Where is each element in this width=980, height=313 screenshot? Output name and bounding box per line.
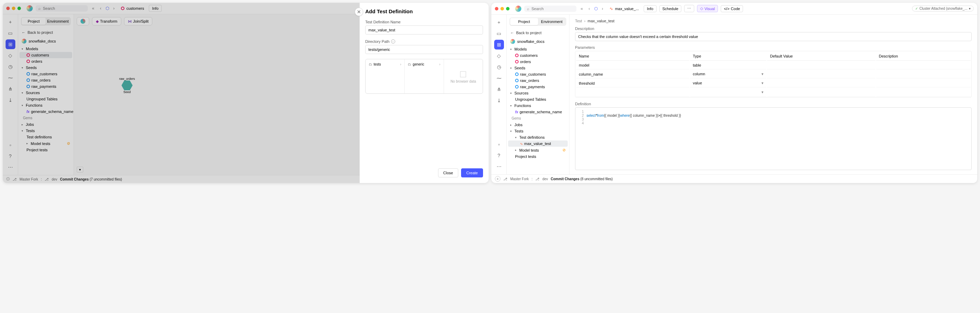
model-tests-node[interactable]: ▸Model tests⊘ — [508, 147, 568, 153]
info-button[interactable]: Info — [644, 5, 656, 12]
raw-payments-node[interactable]: raw_payments — [508, 84, 568, 90]
test-defs-node[interactable]: ▾Test definitions — [508, 134, 568, 140]
project-logo — [510, 39, 515, 44]
back-label: Back to project — [516, 31, 542, 35]
cluster-pill[interactable]: ✓ Cluster Attached (snowflake_... ▾ — [912, 6, 974, 11]
left-window: ⌕ « ‹ ⬡ › customers Info + ▭ ⊞ ◇ ◷ ⁓ ⋔ ⤓… — [3, 3, 488, 183]
col-name: Name — [576, 52, 689, 60]
add-button[interactable]: + — [495, 176, 500, 181]
visual-button[interactable]: ◇Visual — [697, 5, 718, 12]
info-icon[interactable]: i — [391, 40, 395, 44]
bottom-bar: + ⎇ Master Fork : ⎇ dev Commit Changes (… — [492, 174, 977, 183]
test-tab-label: max_value_... — [615, 6, 639, 11]
modal-title: Add Test Definition — [365, 8, 483, 14]
main-area: + ▭ ⊞ ◇ ◷ ⁓ ⋔ ⤓ ▫ ? ⋯ Project Environmen… — [492, 14, 977, 174]
schedule-button[interactable]: Schedule — [659, 5, 682, 12]
activity-icon[interactable]: ⁓ — [494, 73, 504, 83]
check-icon: ✓ — [915, 6, 918, 10]
def-label: Definition — [575, 102, 972, 106]
app-logo — [515, 6, 521, 12]
project-tests-node[interactable]: Project tests — [508, 153, 568, 160]
code-icon: </> — [724, 6, 729, 11]
browser-col-1: 🗀tests› — [366, 59, 405, 94]
orders-node[interactable]: orders — [508, 59, 568, 65]
more-icon[interactable]: ⋯ — [494, 162, 504, 172]
tests-node[interactable]: ▾Tests — [508, 128, 568, 134]
project-name-row[interactable]: snowflake_docs — [507, 37, 569, 46]
tree: ▾Models customers orders ▾Seeds raw_cust… — [507, 46, 569, 174]
network-icon[interactable]: ⋔ — [494, 84, 504, 94]
chevron-right-icon[interactable]: › — [600, 6, 605, 12]
sources-node[interactable]: ▾Sources — [508, 90, 568, 96]
name-label: Test Definition Name — [365, 20, 483, 24]
close-icon[interactable]: ✕ — [355, 8, 363, 16]
folder-browser: 🗀tests› 🗀generic› ☐ No browser data — [365, 59, 483, 94]
param-row-empty[interactable]: ▾ — [576, 88, 970, 97]
min-dot[interactable] — [500, 7, 504, 10]
help-icon[interactable]: ? — [494, 151, 504, 160]
modal-overlay: ✕ Add Test Definition Test Definition Na… — [3, 3, 488, 183]
search-input[interactable] — [531, 6, 574, 11]
desc-input[interactable]: Checks that the column value doesn't exc… — [575, 32, 972, 41]
jobs-node[interactable]: ▸Jobs — [508, 122, 568, 128]
more-button[interactable]: ⋯ — [684, 5, 694, 12]
master-label[interactable]: Master Fork — [510, 177, 529, 181]
right-window: ⌕ « ‹ ⬡ › ∿ max_value_... Info Schedule … — [492, 3, 977, 183]
add-test-modal: ✕ Add Test Definition Test Definition Na… — [360, 3, 488, 183]
desc-label: Description — [575, 27, 972, 31]
name-input[interactable] — [365, 25, 483, 35]
max-value-node[interactable]: ∿max_value_test — [508, 140, 568, 147]
raw-orders-node[interactable]: raw_orders — [508, 77, 568, 84]
folder-icon[interactable]: ▭ — [494, 29, 504, 38]
dir-input[interactable] — [365, 45, 483, 54]
ungrouped-node[interactable]: Ungrouped Tables — [508, 96, 568, 102]
close-dot[interactable] — [495, 7, 498, 10]
raw-customers-node[interactable]: raw_customers — [508, 71, 568, 77]
plus-icon[interactable]: + — [494, 17, 504, 27]
param-row[interactable]: thresholdvalue ▾ — [576, 79, 970, 87]
gen-schema-node[interactable]: fxgenerate_schema_name — [508, 109, 568, 115]
download-icon[interactable]: ⤓ — [494, 95, 504, 105]
dev-label[interactable]: dev — [542, 177, 548, 181]
code-editor[interactable]: 1 2select * from {{ model }} where {{ co… — [575, 107, 972, 170]
col-type: Type — [690, 52, 766, 60]
hex-icon[interactable]: ⬡ — [594, 6, 598, 11]
content-panel: Test › max_value_test Description Checks… — [570, 14, 977, 174]
functions-node[interactable]: ▾Functions — [508, 102, 568, 109]
breadcrumb-current: max_value_test — [588, 19, 614, 23]
bookmark-icon: ◇ — [700, 6, 703, 11]
max-dot[interactable] — [506, 7, 509, 10]
chevron-left-icon[interactable]: ‹ — [587, 6, 592, 12]
grid-icon[interactable]: ⊞ — [494, 40, 504, 49]
close-button[interactable]: Close — [438, 168, 458, 177]
models-node[interactable]: ▾Models — [508, 46, 568, 52]
dir-label: Directory Path i — [365, 40, 483, 44]
customers-node[interactable]: customers — [508, 52, 568, 59]
branch-icon-2: ⎇ — [535, 177, 539, 181]
save-icon[interactable]: ▫ — [494, 140, 504, 149]
search-box[interactable]: ⌕ — [524, 6, 576, 12]
search-icon: ⌕ — [527, 6, 530, 11]
breadcrumb-root[interactable]: Test — [575, 19, 582, 23]
params-table: Name Type Default Value Description mode… — [575, 51, 972, 98]
project-segment[interactable]: Project — [510, 18, 538, 25]
diamond-icon[interactable]: ◇ — [494, 51, 504, 60]
modal-actions: Close Create — [365, 168, 483, 177]
param-row[interactable]: column_namecolumn ▾ — [576, 70, 970, 78]
tests-folder[interactable]: 🗀tests› — [368, 61, 402, 67]
create-button[interactable]: Create — [461, 168, 483, 177]
collapse-icon[interactable]: « — [579, 6, 584, 12]
clock-icon[interactable]: ◷ — [494, 62, 504, 72]
wave-icon: ∿ — [609, 6, 613, 11]
back-link[interactable]: ← Back to project — [507, 29, 569, 37]
code-button[interactable]: </>Code — [721, 5, 743, 12]
param-row[interactable]: modeltable — [576, 61, 970, 69]
cluster-label: Cluster Attached (snowflake_... — [920, 6, 967, 10]
commit-button[interactable]: Commit Changes (8 uncommitted files) — [550, 177, 612, 181]
test-tab[interactable]: ∿ max_value_... — [608, 6, 641, 12]
environment-segment[interactable]: Environment — [538, 18, 566, 25]
window-controls — [495, 7, 509, 10]
seeds-node[interactable]: ▾Seeds — [508, 65, 568, 71]
generic-folder[interactable]: 🗀generic› — [407, 61, 441, 67]
browser-col-2: 🗀generic› — [405, 59, 444, 94]
